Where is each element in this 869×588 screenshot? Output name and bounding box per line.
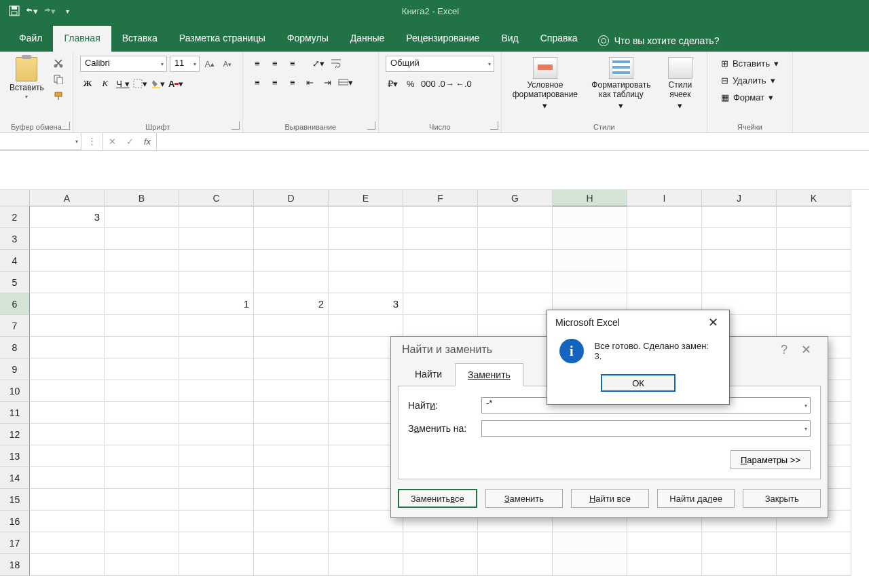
cell-I4[interactable] (627, 250, 702, 272)
cell-J2[interactable] (702, 206, 777, 228)
select-all-corner[interactable] (0, 190, 30, 206)
cell-E3[interactable] (329, 228, 403, 250)
cell-C15[interactable] (179, 489, 254, 511)
cell-A12[interactable] (30, 424, 105, 445)
column-header-G[interactable]: G (478, 190, 553, 206)
align-left-icon[interactable]: ≡ (250, 75, 265, 90)
paste-button[interactable]: Вставить ▾ (7, 56, 47, 101)
redo-icon[interactable]: ▾ (43, 5, 56, 17)
insert-cells-button[interactable]: ⊞ Вставить ▾ (714, 56, 785, 71)
cell-I18[interactable] (627, 554, 702, 576)
cell-B11[interactable] (105, 402, 179, 424)
menu-tab-разметка страницы[interactable]: Разметка страницы (168, 26, 276, 52)
msgbox-close-icon[interactable]: ✕ (705, 315, 721, 330)
menu-tab-справка[interactable]: Справка (530, 26, 589, 52)
save-icon[interactable] (8, 5, 20, 17)
column-header-D[interactable]: D (254, 190, 329, 206)
cell-J17[interactable] (702, 532, 777, 554)
menu-tab-формулы[interactable]: Формулы (276, 26, 339, 52)
cell-B12[interactable] (105, 424, 179, 445)
cell-I3[interactable] (627, 228, 702, 250)
italic-button[interactable]: К (98, 76, 113, 91)
cell-A5[interactable] (30, 272, 105, 293)
cell-E18[interactable] (329, 554, 403, 576)
row-header-13[interactable]: 13 (0, 445, 30, 467)
cell-D13[interactable] (254, 445, 329, 467)
cell-B16[interactable] (105, 511, 179, 532)
align-bottom-icon[interactable]: ≡ (285, 56, 300, 71)
cell-G18[interactable] (478, 554, 553, 576)
cell-C11[interactable] (179, 402, 254, 424)
row-header-10[interactable]: 10 (0, 380, 30, 402)
cell-J18[interactable] (702, 554, 777, 576)
row-header-9[interactable]: 9 (0, 359, 30, 380)
cell-K17[interactable] (777, 532, 851, 554)
increase-decimal-icon[interactable]: .0→ (439, 76, 454, 91)
column-header-A[interactable]: A (30, 190, 105, 206)
cell-K4[interactable] (777, 250, 851, 272)
decrease-decimal-icon[interactable]: ←.0 (456, 76, 471, 91)
cell-F4[interactable] (403, 250, 478, 272)
percent-icon[interactable]: % (403, 76, 418, 91)
cell-G5[interactable] (478, 272, 553, 293)
menu-tab-рецензирование[interactable]: Рецензирование (395, 26, 490, 52)
formula-input[interactable] (157, 133, 869, 150)
copy-button[interactable] (51, 72, 66, 87)
row-header-11[interactable]: 11 (0, 402, 30, 424)
font-name-select[interactable]: Calibri▾ (80, 56, 167, 72)
cell-G4[interactable] (478, 250, 553, 272)
column-header-J[interactable]: J (702, 190, 777, 206)
cell-D9[interactable] (254, 359, 329, 380)
cell-B14[interactable] (105, 467, 179, 489)
cell-B15[interactable] (105, 489, 179, 511)
align-dialog-launcher[interactable] (367, 122, 375, 130)
row-header-18[interactable]: 18 (0, 554, 30, 576)
column-header-H[interactable]: H (553, 190, 627, 206)
undo-icon[interactable]: ▾ (26, 5, 38, 17)
row-header-7[interactable]: 7 (0, 315, 30, 337)
font-size-select[interactable]: 11▾ (170, 56, 200, 72)
currency-icon[interactable]: ₽▾ (386, 76, 401, 91)
menu-tab-главная[interactable]: Главная (53, 26, 111, 52)
cell-A10[interactable] (30, 380, 105, 402)
cell-D7[interactable] (254, 315, 329, 337)
cell-C16[interactable] (179, 511, 254, 532)
cell-A3[interactable] (30, 228, 105, 250)
cell-D2[interactable] (254, 206, 329, 228)
cell-A4[interactable] (30, 250, 105, 272)
cancel-icon[interactable]: ✕ (103, 133, 121, 150)
cell-B6[interactable] (105, 293, 179, 315)
underline-button[interactable]: Ч ▾ (115, 76, 130, 91)
row-header-4[interactable]: 4 (0, 250, 30, 272)
cell-C3[interactable] (179, 228, 254, 250)
column-header-F[interactable]: F (403, 190, 478, 206)
cell-B3[interactable] (105, 228, 179, 250)
cell-J3[interactable] (702, 228, 777, 250)
cell-D11[interactable] (254, 402, 329, 424)
cell-D15[interactable] (254, 489, 329, 511)
cell-A14[interactable] (30, 467, 105, 489)
cell-H17[interactable] (553, 532, 627, 554)
cell-A8[interactable] (30, 337, 105, 359)
cell-B10[interactable] (105, 380, 179, 402)
cell-G2[interactable] (478, 206, 553, 228)
fill-color-button[interactable]: ▾ (151, 76, 166, 91)
cell-D16[interactable] (254, 511, 329, 532)
cell-C8[interactable] (179, 337, 254, 359)
font-dialog-launcher[interactable] (232, 122, 240, 130)
row-header-8[interactable]: 8 (0, 337, 30, 359)
cell-A15[interactable] (30, 489, 105, 511)
comma-icon[interactable]: 000 (421, 76, 436, 91)
cell-A11[interactable] (30, 402, 105, 424)
cell-D10[interactable] (254, 380, 329, 402)
dialog-close-icon[interactable]: ✕ (795, 342, 817, 357)
cell-I5[interactable] (627, 272, 702, 293)
find-next-button[interactable]: Найти далее (657, 489, 735, 508)
cell-F18[interactable] (403, 554, 478, 576)
cell-D4[interactable] (254, 250, 329, 272)
cell-K7[interactable] (777, 315, 851, 337)
cell-F6[interactable] (403, 293, 478, 315)
row-header-14[interactable]: 14 (0, 467, 30, 489)
options-button[interactable]: Параметры >> (731, 450, 811, 469)
column-header-E[interactable]: E (329, 190, 403, 206)
